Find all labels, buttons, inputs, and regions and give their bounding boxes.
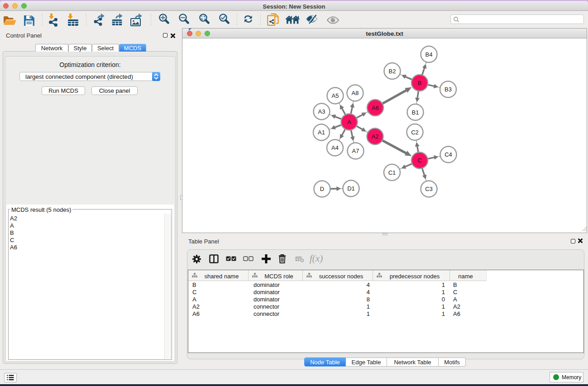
svg-text:A3: A3 <box>318 108 325 115</box>
svg-text:B1: B1 <box>412 109 419 116</box>
svg-text:A2: A2 <box>372 133 379 140</box>
svg-text:A5: A5 <box>332 92 339 99</box>
svg-text:C4: C4 <box>445 151 452 158</box>
svg-text:D: D <box>320 186 324 192</box>
svg-text:B4: B4 <box>425 51 433 58</box>
svg-text:A: A <box>347 119 351 125</box>
svg-text:C1: C1 <box>388 169 396 176</box>
svg-text:C: C <box>417 157 421 164</box>
svg-text:B: B <box>418 80 422 86</box>
svg-text:A1: A1 <box>318 129 325 136</box>
svg-text:C2: C2 <box>411 129 419 136</box>
svg-text:A7: A7 <box>352 148 359 154</box>
svg-text:A4: A4 <box>331 144 339 151</box>
svg-text:A6: A6 <box>372 105 379 111</box>
svg-text:D1: D1 <box>347 185 355 192</box>
svg-text:B2: B2 <box>389 68 396 75</box>
svg-text:B3: B3 <box>445 86 452 93</box>
svg-text:A8: A8 <box>352 90 359 96</box>
svg-text:C3: C3 <box>425 186 433 192</box>
